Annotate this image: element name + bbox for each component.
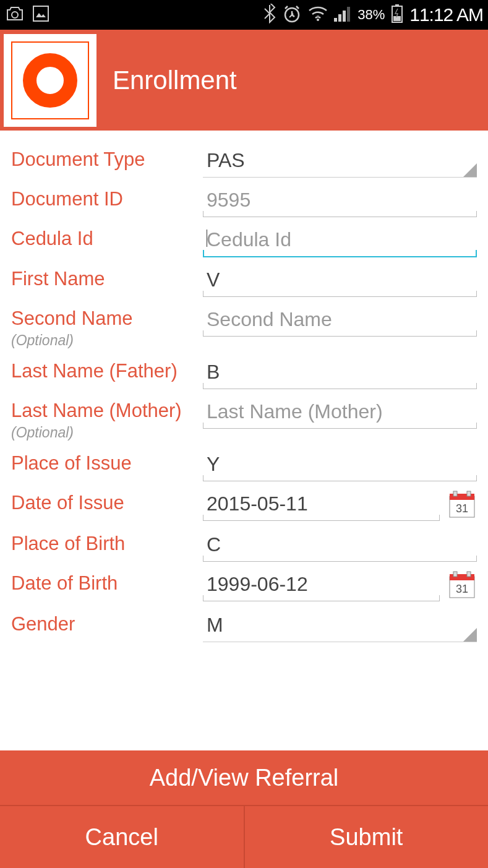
date-of-birth-input[interactable] (203, 570, 440, 601)
battery-icon (391, 4, 403, 26)
bluetooth-icon (263, 4, 276, 26)
submit-button[interactable]: Submit (244, 806, 489, 868)
first-name-label: First Name (11, 266, 203, 290)
cedula-id-label: Cedula Id (11, 226, 203, 250)
svg-rect-13 (453, 491, 457, 496)
place-of-birth-label: Place of Birth (11, 531, 203, 555)
chevron-down-icon (463, 628, 477, 642)
svg-rect-18 (453, 572, 457, 577)
document-type-spinner[interactable]: PAS (203, 147, 477, 178)
svg-rect-4 (334, 18, 337, 22)
svg-rect-7 (347, 7, 350, 22)
place-of-issue-input[interactable] (203, 450, 477, 481)
svg-point-3 (317, 19, 319, 21)
last-name-father-input[interactable] (203, 358, 477, 389)
svg-point-0 (12, 12, 18, 18)
battery-percent: 38% (357, 7, 385, 23)
second-name-label: Second Name (Optional) (11, 306, 203, 350)
add-view-referral-button[interactable]: Add/View Referral (0, 750, 488, 806)
date-of-birth-label: Date of Birth (11, 570, 203, 595)
last-name-mother-label: Last Name (Mother) (Optional) (11, 398, 203, 442)
alarm-icon (282, 4, 302, 26)
cancel-button[interactable]: Cancel (0, 806, 244, 868)
svg-text:31: 31 (456, 583, 468, 595)
svg-rect-1 (33, 6, 48, 21)
status-bar: 38% 11:12 AM (0, 0, 488, 30)
first-name-input[interactable] (203, 266, 477, 297)
app-logo[interactable] (4, 34, 96, 127)
app-header: Enrollment (0, 30, 488, 131)
svg-text:31: 31 (456, 502, 468, 515)
page-title: Enrollment (113, 66, 237, 95)
document-id-input[interactable] (203, 186, 477, 217)
date-of-issue-input[interactable] (203, 490, 440, 521)
signal-icon (334, 6, 351, 24)
camera-icon (5, 5, 25, 25)
svg-rect-14 (467, 491, 471, 496)
last-name-mother-input[interactable] (203, 398, 477, 429)
chevron-down-icon (463, 163, 477, 177)
enrollment-form: Document Type PAS Document ID Cedula Id … (0, 131, 488, 750)
status-time: 11:12 AM (409, 4, 483, 25)
text-cursor (207, 230, 207, 247)
document-id-label: Document ID (11, 186, 203, 210)
place-of-issue-label: Place of Issue (11, 450, 203, 475)
calendar-icon[interactable]: 31 (447, 570, 477, 603)
svg-rect-6 (343, 11, 346, 22)
gender-label: Gender (11, 611, 203, 635)
date-of-issue-label: Date of Issue (11, 490, 203, 514)
bottom-bar: Add/View Referral Cancel Submit (0, 750, 488, 868)
document-type-label: Document Type (11, 147, 203, 171)
wifi-icon (308, 6, 328, 24)
last-name-father-label: Last Name (Father) (11, 358, 203, 382)
gender-spinner[interactable]: M (203, 611, 477, 642)
cedula-id-input[interactable] (203, 226, 477, 257)
second-name-input[interactable] (203, 306, 477, 337)
image-icon (32, 5, 49, 25)
svg-rect-5 (338, 14, 341, 22)
svg-rect-19 (467, 572, 471, 577)
place-of-birth-input[interactable] (203, 531, 477, 562)
svg-rect-9 (395, 4, 399, 6)
calendar-icon[interactable]: 31 (447, 490, 477, 522)
